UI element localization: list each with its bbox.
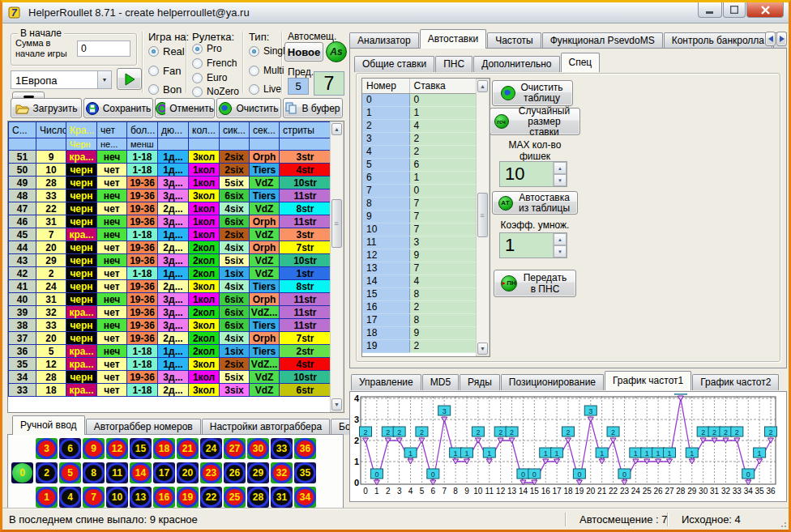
random-stake-button[interactable]: гсч Случайный размер ставки xyxy=(490,108,580,135)
radio-multi[interactable]: Multi xyxy=(249,65,284,76)
number-button-28[interactable]: 28 xyxy=(247,487,269,508)
new-button[interactable]: Новое xyxy=(284,42,323,62)
number-button-21[interactable]: 21 xyxy=(177,438,199,459)
bet-stake-cell[interactable]: 8 xyxy=(409,287,477,300)
number-button-25[interactable]: 25 xyxy=(224,487,246,508)
multiplier-value[interactable]: 1 xyxy=(500,233,553,257)
number-button-9[interactable]: 9 xyxy=(83,438,105,459)
radio-pro[interactable]: Pro xyxy=(192,43,222,54)
clear-bet-table-button[interactable]: Очистить таблицу xyxy=(492,80,573,106)
save-button[interactable]: Сохранить xyxy=(83,98,153,118)
number-button-4[interactable]: 4 xyxy=(59,487,81,508)
tab-autobets[interactable]: Автоставки xyxy=(420,29,487,49)
number-button-5[interactable]: 5 xyxy=(59,462,81,483)
autobet-from-table-button[interactable]: АТ Автоставка из таблицы xyxy=(492,191,578,215)
bet-stake-cell[interactable]: 2 xyxy=(409,339,477,352)
max-chips-value[interactable]: 10 xyxy=(500,162,553,186)
number-button-0[interactable]: 0 xyxy=(11,462,33,483)
scroll-thumb[interactable]: ≡ xyxy=(477,193,488,237)
tab-control[interactable]: Управление xyxy=(351,374,421,390)
number-button-3[interactable]: 3 xyxy=(36,438,58,459)
bet-table-scrollbar[interactable]: ▲ ≡ ▼ xyxy=(476,79,490,356)
bet-stake-cell[interactable]: 8 xyxy=(409,313,477,326)
minimize-button[interactable] xyxy=(698,2,722,18)
play-button[interactable] xyxy=(117,68,142,90)
history-scrollbar[interactable]: ▲ ≡ ▼ xyxy=(330,121,344,412)
radio-real[interactable]: Real xyxy=(148,45,185,57)
radio-french[interactable]: French xyxy=(192,57,237,69)
tab-manual-input[interactable]: Ручной ввод xyxy=(12,415,85,435)
tab-rows[interactable]: Ряды xyxy=(460,374,500,390)
tabs-scroll-right-button[interactable] xyxy=(776,32,787,46)
number-button-12[interactable]: 12 xyxy=(106,438,128,459)
number-button-2[interactable]: 2 xyxy=(36,462,58,483)
bet-stake-cell[interactable]: 2 xyxy=(409,145,477,158)
number-button-33[interactable]: 33 xyxy=(271,438,293,459)
bet-stake-cell[interactable]: 9 xyxy=(409,249,477,262)
scroll-up-arrow[interactable]: ▲ xyxy=(331,123,342,135)
scroll-up-arrow[interactable]: ▲ xyxy=(477,80,488,92)
number-button-11[interactable]: 11 xyxy=(106,462,128,483)
bet-stake-cell[interactable]: 7 xyxy=(409,223,477,236)
number-button-10[interactable]: 10 xyxy=(106,487,128,508)
bet-stake-cell[interactable]: 0 xyxy=(409,93,477,106)
close-button[interactable] xyxy=(746,2,784,18)
number-button-15[interactable]: 15 xyxy=(130,438,152,459)
bet-stake-cell[interactable]: 4 xyxy=(409,275,477,287)
bet-stake-cell[interactable]: 1 xyxy=(409,106,477,119)
spin-down-arrow[interactable]: ▼ xyxy=(554,245,567,257)
number-button-36[interactable]: 36 xyxy=(294,438,316,459)
bet-stake-cell[interactable]: 4 xyxy=(409,119,477,132)
number-button-35[interactable]: 35 xyxy=(294,462,316,483)
bet-stake-cell[interactable]: 6 xyxy=(409,158,477,171)
bet-stake-cell[interactable]: 3 xyxy=(409,236,477,249)
subtab-pns[interactable]: ПНС xyxy=(435,56,472,72)
radio-fan[interactable]: Fan xyxy=(148,65,181,77)
bet-stake-cell[interactable]: 2 xyxy=(409,300,477,313)
bet-stake-cell[interactable]: 7 xyxy=(409,262,477,275)
subtab-spec[interactable]: Спец xyxy=(561,53,601,72)
bet-stake-cell[interactable]: 0 xyxy=(409,184,477,197)
number-button-26[interactable]: 26 xyxy=(224,462,246,483)
tab-psevdoms[interactable]: Функционал PsevdoMS xyxy=(542,32,663,49)
tab-analyzer[interactable]: Анализатор xyxy=(349,32,419,49)
number-button-17[interactable]: 17 xyxy=(153,462,175,483)
number-button-7[interactable]: 7 xyxy=(83,487,105,508)
number-button-27[interactable]: 27 xyxy=(224,438,246,459)
bet-stake-cell[interactable]: 7 xyxy=(409,210,477,223)
number-button-34[interactable]: 34 xyxy=(294,487,316,508)
number-button-20[interactable]: 20 xyxy=(177,462,199,483)
copy-to-buffer-button[interactable]: В буфер xyxy=(283,98,343,118)
tab-bankroll[interactable]: Контроль банкролла xyxy=(664,32,772,49)
number-button-32[interactable]: 32 xyxy=(271,462,293,483)
radio-euro[interactable]: Euro xyxy=(192,72,227,83)
number-button-14[interactable]: 14 xyxy=(130,462,152,483)
scroll-thumb[interactable]: ≡ xyxy=(331,199,342,248)
number-button-16[interactable]: 16 xyxy=(153,487,175,508)
tab-autograbber[interactable]: Автограббер номеров xyxy=(86,419,201,435)
bet-stake-cell[interactable]: 1 xyxy=(409,171,477,184)
number-button-6[interactable]: 6 xyxy=(59,438,81,459)
number-button-30[interactable]: 30 xyxy=(247,438,269,459)
bet-stake-cell[interactable]: 9 xyxy=(409,326,477,339)
number-button-1[interactable]: 1 xyxy=(36,487,58,508)
tab-freq-chart2[interactable]: График частот2 xyxy=(692,374,779,390)
send-to-pns-button[interactable]: ►ПН Передать в ПНС xyxy=(494,270,576,297)
number-button-23[interactable]: 23 xyxy=(200,462,222,483)
tab-frequencies[interactable]: Частоты xyxy=(487,32,541,49)
undo-button[interactable]: Отменить xyxy=(155,98,215,118)
radio-bon[interactable]: Bon xyxy=(148,83,182,96)
subtab-common-bets[interactable]: Общие ставки xyxy=(354,56,434,72)
subtab-additional[interactable]: Дополнительно xyxy=(473,56,559,72)
bet-stake-cell[interactable]: 7 xyxy=(409,197,477,210)
number-button-22[interactable]: 22 xyxy=(200,487,222,508)
number-button-29[interactable]: 29 xyxy=(247,462,269,483)
chevron-down-icon[interactable]: ▼ xyxy=(97,71,111,88)
tab-positioning[interactable]: Позиционирование xyxy=(501,374,604,390)
clear-button[interactable]: Очистить xyxy=(216,98,281,118)
number-button-18[interactable]: 18 xyxy=(153,438,175,459)
scroll-down-arrow[interactable]: ▼ xyxy=(331,398,342,411)
tab-freq-chart1[interactable]: График частот1 xyxy=(605,371,691,390)
start-sum-input[interactable] xyxy=(77,40,130,57)
tab-md5[interactable]: MD5 xyxy=(422,374,459,390)
